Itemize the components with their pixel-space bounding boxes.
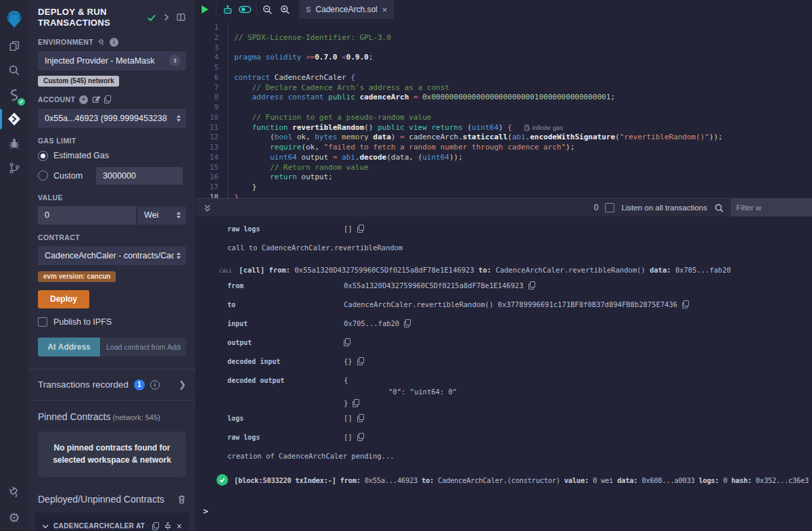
- compiled-check-icon: [147, 13, 156, 22]
- publish-ipfs-option[interactable]: Publish to IPFS: [38, 317, 186, 327]
- terminal-body[interactable]: raw logs[]call to CadenceArchCaler.rever…: [196, 216, 812, 531]
- pinned-contracts-empty-message: No pinned contracts found for selected w…: [38, 432, 186, 477]
- copy-address-icon[interactable]: [152, 522, 159, 530]
- line-number: 17: [196, 183, 227, 193]
- line-number: 2: [196, 33, 227, 43]
- copy-icon[interactable]: [528, 281, 535, 290]
- copy-icon[interactable]: [357, 433, 364, 441]
- tab-cadencearch-sol[interactable]: S CadenceArch.sol ×: [299, 0, 394, 19]
- terminal-search-icon[interactable]: [714, 203, 724, 213]
- expand-transactions-icon[interactable]: ❯: [179, 379, 186, 390]
- deploy-run-icon[interactable]: [0, 107, 28, 131]
- source-control-icon[interactable]: [0, 156, 28, 180]
- zoom-out-icon[interactable]: [258, 0, 276, 19]
- copy-icon[interactable]: [682, 300, 689, 308]
- custom-gas-input[interactable]: [96, 167, 183, 185]
- account-select[interactable]: 0x55a...46923 (999.9999453238: [38, 109, 186, 128]
- transactions-info-icon[interactable]: i: [150, 380, 160, 390]
- gas-limit-label: GAS LIMIT: [38, 137, 186, 145]
- at-address-input[interactable]: [101, 338, 186, 356]
- code-line: 12 (bool ok, bytes memory data) = cadenc…: [196, 133, 812, 143]
- code-line: 17 }: [196, 183, 812, 193]
- split-view-icon[interactable]: [176, 12, 186, 22]
- debugger-icon[interactable]: [0, 131, 28, 156]
- value-label: VALUE: [38, 193, 186, 202]
- value-input[interactable]: [38, 206, 136, 225]
- contract-select[interactable]: CadenceArchCaler - contracts/Cac: [38, 246, 186, 265]
- search-icon[interactable]: [0, 58, 28, 83]
- network-badge: Custom (545) network: [38, 76, 119, 87]
- clear-contracts-trash-icon[interactable]: [177, 494, 186, 504]
- pin-contract-icon[interactable]: [164, 522, 172, 530]
- settings-icon[interactable]: ⚙: [0, 504, 28, 531]
- listen-all-transactions-label: Listen on all transactions: [621, 204, 707, 212]
- terminal-log-row: raw logs[]: [227, 433, 812, 445]
- code-lines: 12// SPDX-License-Identifier: GPL-3.034p…: [196, 23, 812, 198]
- copy-icon[interactable]: [353, 399, 359, 407]
- custom-gas-option[interactable]: Custom: [38, 167, 186, 185]
- terminal-block-row: [block:5033220 txIndex:-] from: 0x55a...…: [217, 474, 812, 486]
- custom-gas-radio[interactable]: [38, 170, 48, 181]
- collapse-contract-icon[interactable]: [42, 523, 49, 530]
- pin-panel-chevron-icon[interactable]: [162, 14, 170, 21]
- estimated-gas-option[interactable]: Estimated Gas: [38, 151, 186, 161]
- code-line: 8 address constant public cadenceArch = …: [196, 93, 812, 103]
- code-line: 18}: [196, 193, 812, 198]
- plug-icon[interactable]: [97, 38, 106, 46]
- terminal-prompt[interactable]: >: [203, 506, 812, 516]
- ai-copilot-toggle-icon[interactable]: [236, 0, 254, 19]
- line-number: 13: [196, 143, 227, 153]
- infinite-gas-annotation: infinite gas: [524, 123, 563, 133]
- terminal-filter-input[interactable]: [731, 199, 812, 216]
- code-line: 4pragma solidity >=0.7.0 <0.9.0;: [196, 53, 812, 63]
- value-unit-select[interactable]: Wei: [137, 206, 186, 225]
- ai-assistant-robot-icon[interactable]: [219, 0, 236, 19]
- publish-ipfs-checkbox[interactable]: [38, 317, 47, 327]
- at-address-button[interactable]: At Address: [38, 338, 100, 356]
- terminal-log-row: decoded output{"0": "uint64: 0"}: [227, 376, 812, 407]
- copy-icon[interactable]: [404, 319, 411, 327]
- terminal-message: call to CadenceArchCaler.revertibleRando…: [227, 244, 812, 252]
- line-number: 1: [196, 23, 227, 33]
- copy-icon[interactable]: [357, 225, 364, 233]
- environment-select[interactable]: Injected Provider - MetaMask: [38, 51, 186, 70]
- add-account-icon[interactable]: +: [79, 95, 88, 104]
- account-label: ACCOUNT +: [38, 95, 186, 104]
- line-number: 8: [196, 93, 227, 103]
- close-tab-icon[interactable]: ×: [382, 5, 388, 15]
- terminal-log-row: from0x55a1320D432759960C5Df0215a8dF78e1E…: [227, 281, 812, 294]
- zoom-in-icon[interactable]: [276, 0, 294, 19]
- terminal-call-row: call[call] from: 0x55a1320D432759960C5Df…: [219, 266, 812, 274]
- success-check-icon: [217, 474, 228, 486]
- transactions-recorded-label: Transactions recorded: [38, 379, 129, 390]
- solidity-file-icon: S: [306, 5, 311, 14]
- code-line: 2// SPDX-License-Identifier: GPL-3.0: [196, 33, 812, 43]
- code-line: 10 // Function to get a pseudo-random va…: [196, 113, 812, 123]
- copy-icon[interactable]: [357, 414, 364, 422]
- remix-logo: [0, 4, 28, 34]
- copy-icon[interactable]: [344, 338, 351, 346]
- deploy-button[interactable]: Deploy: [38, 290, 89, 308]
- code-line: 5: [196, 63, 812, 73]
- listen-all-transactions-checkbox[interactable]: [605, 203, 614, 212]
- code-line: 3: [196, 43, 812, 53]
- code-line: 16 return output;: [196, 172, 812, 183]
- chevron-updown-icon: [169, 55, 181, 66]
- remove-contract-icon[interactable]: ×: [177, 521, 182, 531]
- sign-message-icon[interactable]: [92, 95, 100, 103]
- line-number: 10: [196, 113, 227, 123]
- deploy-run-panel: DEPLOY & RUN TRANSACTIONS ENVIRONMENT i …: [28, 0, 196, 531]
- line-number: 12: [196, 133, 227, 143]
- solidity-compiler-icon[interactable]: ✓: [0, 83, 28, 107]
- code-editor[interactable]: 12// SPDX-License-Identifier: GPL-3.034p…: [196, 19, 812, 198]
- file-explorer-icon[interactable]: [0, 34, 28, 58]
- line-number: 16: [196, 172, 227, 183]
- estimated-gas-radio[interactable]: [38, 151, 48, 161]
- copy-icon[interactable]: [357, 357, 364, 365]
- copy-account-icon[interactable]: [104, 95, 111, 103]
- plugin-manager-icon[interactable]: [0, 480, 28, 504]
- collapse-terminal-icon[interactable]: [203, 204, 212, 212]
- environment-info-icon[interactable]: i: [110, 38, 118, 47]
- icon-rail: ✓ ⚙: [0, 0, 28, 531]
- run-script-icon[interactable]: [196, 0, 214, 19]
